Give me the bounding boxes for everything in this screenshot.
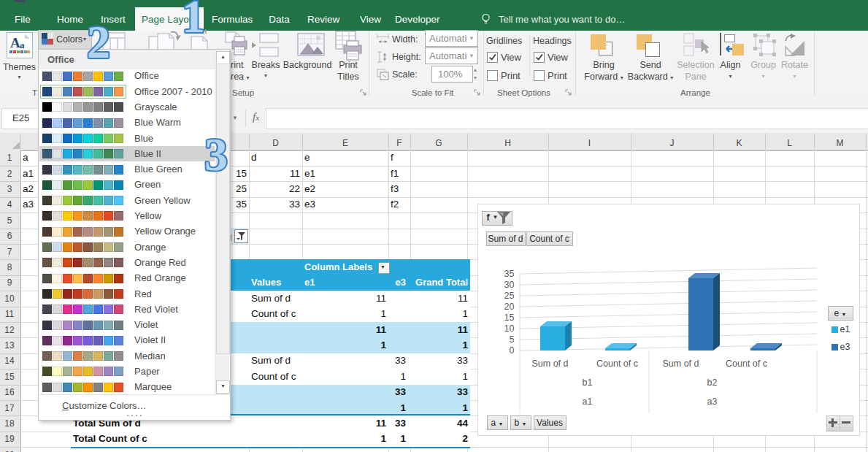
svg-text:a: a bbox=[20, 39, 25, 50]
svg-text:A: A bbox=[10, 35, 20, 50]
svg-text:1: 1 bbox=[182, 0, 205, 42]
svg-text:3: 3 bbox=[204, 129, 228, 180]
svg-text:2: 2 bbox=[87, 17, 110, 68]
